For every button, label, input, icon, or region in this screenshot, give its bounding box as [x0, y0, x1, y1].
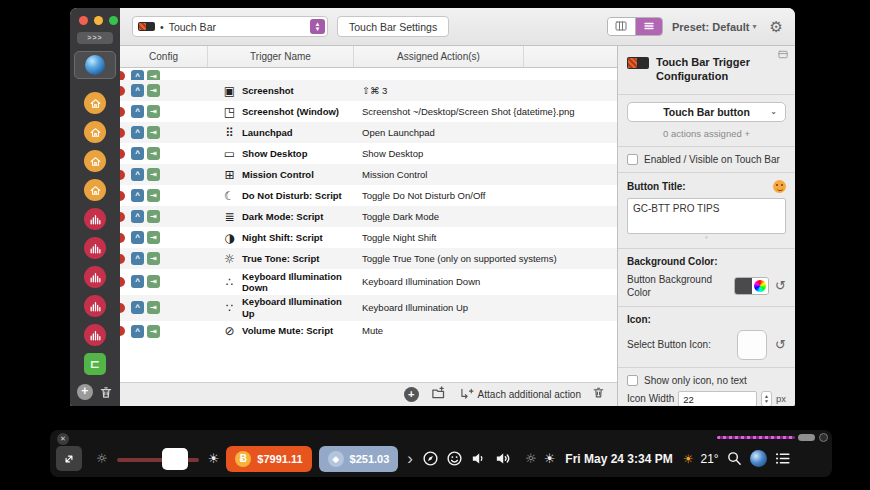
- show-only-icon-checkbox[interactable]: [627, 375, 638, 386]
- brightness-dim-icon[interactable]: ☼: [96, 451, 108, 466]
- globe-icon[interactable]: [750, 450, 767, 467]
- keyboard-brightness-icon[interactable]: ☼: [525, 451, 537, 466]
- config-up-badge[interactable]: ^: [131, 325, 144, 338]
- actions-assigned-note[interactable]: 0 actions assigned +: [627, 128, 786, 139]
- background-color-well[interactable]: [734, 277, 769, 295]
- config-up-badge[interactable]: ^: [131, 231, 144, 244]
- sidebar-item-chart-icon[interactable]: [84, 266, 106, 288]
- temperature-label[interactable]: 21°: [701, 452, 719, 466]
- header-trigger-name[interactable]: Trigger Name: [208, 46, 354, 67]
- chevron-right-icon[interactable]: ›: [407, 449, 413, 469]
- color-wheel-button[interactable]: [752, 278, 768, 294]
- ethereum-price-button[interactable]: ◆ $251.03: [319, 446, 399, 472]
- config-attach-badge[interactable]: ⇥: [147, 70, 160, 81]
- detach-panel-icon[interactable]: [777, 49, 789, 62]
- list-menu-icon[interactable]: [774, 450, 791, 467]
- config-attach-badge[interactable]: ⇥: [147, 210, 160, 223]
- list-view-button[interactable]: [635, 18, 662, 35]
- config-up-badge[interactable]: ^: [131, 301, 144, 314]
- search-icon[interactable]: [726, 450, 743, 467]
- table-row[interactable]: ^⇥◳Screenshot (Window)Screenshot ~/Deskt…: [120, 101, 617, 122]
- sidebar-item-home-icon[interactable]: [84, 179, 106, 201]
- table-row[interactable]: ^⇥◑Night Shift: ScriptToggle Night Shift: [120, 227, 617, 248]
- column-view-button[interactable]: [608, 18, 635, 35]
- header-config[interactable]: Config: [120, 46, 208, 67]
- enabled-checkbox[interactable]: [627, 154, 638, 165]
- config-up-badge[interactable]: ^: [131, 252, 144, 265]
- sidebar-item-touch-bar-global[interactable]: [74, 51, 116, 79]
- attach-additional-action-button[interactable]: Attach additional action: [458, 387, 581, 403]
- reset-icon-button[interactable]: ↺: [775, 337, 786, 352]
- add-preset-button[interactable]: +: [77, 384, 93, 400]
- slider-handle[interactable]: [162, 448, 188, 470]
- table-row[interactable]: ^⇥▭Show DesktopShow Desktop: [120, 143, 617, 164]
- bitcoin-price-button[interactable]: Ƀ $7991.11: [226, 446, 311, 472]
- zoom-window-button[interactable]: [109, 16, 118, 25]
- config-attach-badge[interactable]: ⇥: [147, 84, 160, 97]
- display-brightness-icon[interactable]: ☀: [544, 451, 556, 466]
- config-up-badge[interactable]: ^: [131, 210, 144, 223]
- table-row[interactable]: ^⇥≣Dark Mode: ScriptToggle Dark Mode: [120, 206, 617, 227]
- table-row[interactable]: ^⇥⊞Mission ControlMission Control: [120, 164, 617, 185]
- color-swatch[interactable]: [735, 278, 752, 294]
- reset-color-icon[interactable]: ↺: [775, 278, 786, 293]
- config-attach-badge[interactable]: ⇥: [147, 147, 160, 160]
- config-up-badge[interactable]: ^: [131, 275, 144, 288]
- header-assigned-actions[interactable]: Assigned Action(s): [354, 46, 524, 67]
- expand-touch-bar-button[interactable]: [56, 446, 82, 471]
- sidebar-item-chart-icon[interactable]: [84, 208, 106, 230]
- icon-width-stepper[interactable]: ▲▼: [761, 391, 772, 406]
- icon-width-input[interactable]: 22: [678, 391, 757, 406]
- sidebar-item-chart-icon[interactable]: [84, 237, 106, 259]
- table-row[interactable]: ^⇥☼True Tone: ScriptToggle True Tone (on…: [120, 248, 617, 269]
- config-up-badge[interactable]: ^: [131, 70, 144, 81]
- table-row[interactable]: ^⇥⊘Volume Mute: ScriptMute: [120, 321, 617, 342]
- config-attach-badge[interactable]: ⇥: [147, 275, 160, 288]
- sidebar-item-home-icon[interactable]: [84, 92, 106, 114]
- emoji-picker-icon[interactable]: [773, 180, 786, 193]
- sidebar-item-green-app-icon[interactable]: ⊏: [84, 353, 106, 375]
- table-row[interactable]: ^⇥∴Keyboard Illumination DownKeyboard Il…: [120, 269, 617, 295]
- trigger-kind-dropdown[interactable]: Touch Bar button ⌄: [627, 102, 786, 122]
- config-up-badge[interactable]: ^: [131, 105, 144, 118]
- touch-bar-settings-button[interactable]: Touch Bar Settings: [337, 16, 449, 37]
- trash-icon[interactable]: [99, 385, 113, 400]
- config-up-badge[interactable]: ^: [131, 84, 144, 97]
- volume-down-icon[interactable]: [470, 450, 487, 467]
- config-up-badge[interactable]: ^: [131, 189, 144, 202]
- date-time-label[interactable]: Fri May 24 3:34 PM: [565, 452, 672, 466]
- table-row[interactable]: ^⇥∵Keyboard Illumination UpKeyboard Illu…: [120, 295, 617, 321]
- close-window-button[interactable]: [79, 16, 88, 25]
- table-row[interactable]: ^⇥▣Screenshot⇧⌘ 3: [120, 80, 617, 101]
- preset-menu[interactable]: Preset: Default ▾: [672, 21, 757, 33]
- config-attach-badge[interactable]: ⇥: [147, 231, 160, 244]
- table-row[interactable]: ^⇥☾Do Not Disturb: ScriptToggle Do Not D…: [120, 185, 617, 206]
- sidebar-item-home-icon[interactable]: [84, 150, 106, 172]
- table-row[interactable]: ^⇥⠿LaunchpadOpen Launchpad: [120, 122, 617, 143]
- config-attach-badge[interactable]: ⇥: [147, 325, 160, 338]
- add-group-icon[interactable]: [430, 385, 447, 404]
- sidebar-expand-button[interactable]: >>>: [77, 32, 113, 44]
- table-row[interactable]: ^⇥: [120, 68, 617, 80]
- volume-up-icon[interactable]: [494, 450, 511, 467]
- scrub-handle[interactable]: [798, 434, 815, 441]
- button-icon-well[interactable]: [737, 330, 767, 360]
- sidebar-item-chart-icon[interactable]: [84, 324, 106, 346]
- delete-trigger-icon[interactable]: [592, 385, 605, 404]
- add-trigger-button[interactable]: +: [404, 387, 419, 402]
- record-dot-icon[interactable]: [819, 433, 828, 442]
- button-title-input[interactable]: GC-BTT PRO TIPS: [627, 198, 786, 234]
- sidebar-item-home-icon[interactable]: [84, 121, 106, 143]
- config-attach-badge[interactable]: ⇥: [147, 189, 160, 202]
- config-attach-badge[interactable]: ⇥: [147, 168, 160, 181]
- config-up-badge[interactable]: ^: [131, 168, 144, 181]
- brightness-slider[interactable]: [117, 448, 199, 470]
- config-attach-badge[interactable]: ⇥: [147, 301, 160, 314]
- textarea-resize-handle[interactable]: ◦: [627, 234, 786, 241]
- config-up-badge[interactable]: ^: [131, 147, 144, 160]
- config-attach-badge[interactable]: ⇥: [147, 126, 160, 139]
- minimize-window-button[interactable]: [94, 16, 103, 25]
- brightness-bright-icon[interactable]: ☀: [208, 451, 220, 466]
- config-up-badge[interactable]: ^: [131, 126, 144, 139]
- emoji-face-icon[interactable]: [446, 450, 463, 467]
